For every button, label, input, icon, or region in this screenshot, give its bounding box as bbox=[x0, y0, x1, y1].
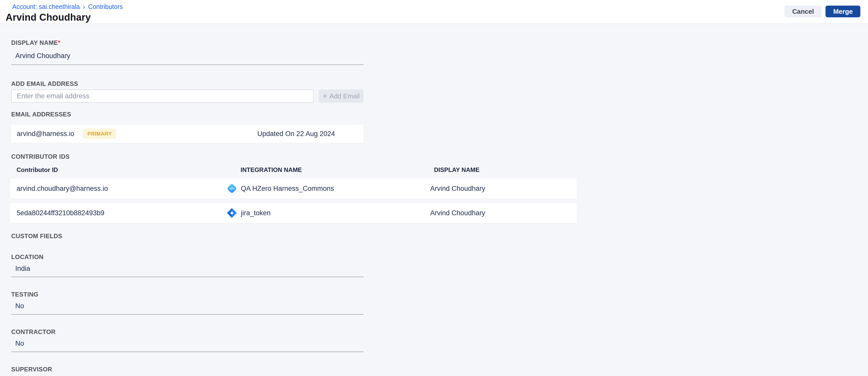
display-name-field[interactable]: Arvind Choudhary bbox=[11, 46, 364, 65]
custom-fields-section: CUSTOM FIELDS LOCATION India TESTING No … bbox=[11, 233, 868, 376]
custom-field-testing: TESTING No bbox=[11, 291, 868, 315]
contributor-ids-table: Contributor ID INTEGRATION NAME DISPLAY … bbox=[10, 160, 577, 223]
integration-name-value: QA HZero Harness_Commons bbox=[241, 185, 334, 193]
location-field[interactable]: India bbox=[11, 261, 364, 277]
display-name-label: DISPLAY NAME* bbox=[11, 39, 868, 46]
display-name-section: DISPLAY NAME* Arvind Choudhary bbox=[11, 39, 868, 65]
table-header-row: Contributor ID INTEGRATION NAME DISPLAY … bbox=[10, 160, 577, 179]
add-email-section: ADD EMAIL ADDRESS + Add Email bbox=[11, 80, 868, 103]
header-left: Account: sai.cheethirala › Contributors … bbox=[6, 3, 123, 23]
custom-field-supervisor: SUPERVISOR Nishant bbox=[11, 366, 868, 376]
add-email-button-label: Add Email bbox=[330, 92, 360, 100]
email-updated-on: Updated On 22 Aug 2024 bbox=[257, 130, 335, 138]
table-row: 5eda80244ff3210b882493b9 jira_token Arvi… bbox=[10, 203, 577, 223]
integration-cell: jira_token bbox=[226, 207, 420, 219]
custom-fields-label: CUSTOM FIELDS bbox=[11, 233, 868, 240]
email-addresses-label: EMAIL ADDRESSES bbox=[11, 111, 868, 118]
add-email-row: + Add Email bbox=[11, 89, 868, 103]
email-addresses-section: EMAIL ADDRESSES arvind@harness.io PRIMAR… bbox=[11, 111, 868, 143]
contributor-ids-label: CONTRIBUTOR IDS bbox=[11, 153, 868, 160]
svg-text:</>: </> bbox=[229, 187, 235, 191]
integration-cell: </> QA HZero Harness_Commons bbox=[226, 183, 420, 194]
email-input[interactable] bbox=[11, 89, 314, 103]
contributor-id-value: arvind.choudhary@harness.io bbox=[10, 185, 226, 193]
add-email-label: ADD EMAIL ADDRESS bbox=[11, 80, 868, 87]
plus-icon: + bbox=[322, 92, 327, 100]
jira-icon bbox=[226, 207, 238, 219]
contractor-label: CONTRACTOR bbox=[11, 328, 868, 336]
breadcrumb: Account: sai.cheethirala › Contributors bbox=[12, 3, 123, 10]
breadcrumb-contributors-link[interactable]: Contributors bbox=[88, 3, 123, 10]
custom-field-location: LOCATION India bbox=[11, 254, 868, 277]
primary-badge: PRIMARY bbox=[83, 128, 117, 139]
top-bar: Account: sai.cheethirala › Contributors … bbox=[0, 0, 868, 23]
contractor-field[interactable]: No bbox=[11, 336, 364, 352]
contributor-ids-section: CONTRIBUTOR IDS Contributor ID INTEGRATI… bbox=[11, 153, 868, 223]
email-address-card: arvind@harness.io PRIMARY Updated On 22 … bbox=[11, 124, 364, 143]
page-title: Arvind Choudhary bbox=[6, 12, 123, 23]
email-address-value: arvind@harness.io bbox=[17, 130, 74, 138]
integration-name-value: jira_token bbox=[241, 209, 271, 217]
code-diamond-icon: </> bbox=[226, 183, 238, 194]
required-asterisk: * bbox=[58, 39, 61, 46]
supervisor-field[interactable]: Nishant bbox=[11, 373, 364, 376]
column-header-integration-name: INTEGRATION NAME bbox=[226, 166, 420, 173]
column-header-display-name: DISPLAY NAME bbox=[420, 166, 577, 173]
testing-field[interactable]: No bbox=[11, 298, 364, 315]
breadcrumb-account-link[interactable]: Account: sai.cheethirala bbox=[12, 3, 80, 10]
contributor-id-value: 5eda80244ff3210b882493b9 bbox=[10, 209, 226, 217]
add-email-button[interactable]: + Add Email bbox=[319, 89, 364, 103]
testing-label: TESTING bbox=[11, 291, 868, 298]
display-name-value: Arvind Choudhary bbox=[420, 209, 577, 217]
custom-field-contractor: CONTRACTOR No bbox=[11, 328, 868, 352]
table-row: arvind.choudhary@harness.io </> QA HZero… bbox=[10, 179, 577, 198]
supervisor-label: SUPERVISOR bbox=[11, 366, 868, 373]
merge-button[interactable]: Merge bbox=[826, 6, 860, 17]
content-area: DISPLAY NAME* Arvind Choudhary ADD EMAIL… bbox=[0, 23, 868, 376]
chevron-right-icon: › bbox=[83, 4, 85, 10]
cancel-button[interactable]: Cancel bbox=[784, 6, 822, 17]
header-actions: Cancel Merge bbox=[784, 6, 860, 17]
display-name-value: Arvind Choudhary bbox=[420, 185, 577, 193]
location-label: LOCATION bbox=[11, 254, 868, 261]
column-header-contributor-id: Contributor ID bbox=[10, 166, 226, 173]
